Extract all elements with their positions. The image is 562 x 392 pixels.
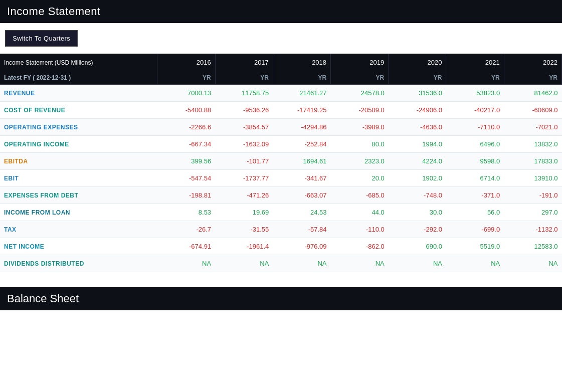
row-value: -57.84 [273, 221, 330, 238]
row-value: -31.55 [215, 221, 273, 238]
income-statement-table-container: Income Statement (USD Millions) 2016 201… [0, 54, 562, 282]
header-2018: 2018 [273, 54, 330, 71]
row-value: -24906.0 [389, 102, 446, 119]
row-value: -341.67 [273, 170, 330, 187]
row-value: 9598.0 [446, 153, 504, 170]
row-value: 24.53 [273, 204, 330, 221]
table-row: NET INCOME-674.91-1961.4-976.09-862.0690… [0, 238, 562, 255]
row-label: COST OF REVENUE [0, 102, 157, 119]
row-value: -20509.0 [331, 102, 389, 119]
header-2019: 2019 [331, 54, 389, 71]
row-value: 12583.0 [504, 238, 561, 255]
row-value: 21461.27 [273, 85, 330, 102]
row-value: NA [504, 255, 561, 272]
row-value: 80.0 [331, 136, 389, 153]
row-value: -1132.0 [504, 221, 561, 238]
header-sub-2017: YR [215, 71, 273, 85]
table-row: INCOME FROM LOAN8.5319.6924.5344.030.056… [0, 204, 562, 221]
row-value: -17419.25 [273, 102, 330, 119]
header-2020: 2020 [389, 54, 446, 71]
row-value: -748.0 [389, 187, 446, 204]
row-value: 5519.0 [446, 238, 504, 255]
row-value: 53823.0 [446, 85, 504, 102]
row-value: 13910.0 [504, 170, 561, 187]
income-statement-section: Income Statement Switch To Quarters Inco… [0, 0, 562, 282]
row-value: 24578.0 [331, 85, 389, 102]
header-label: Income Statement (USD Millions) [0, 54, 157, 71]
row-value: -252.84 [273, 136, 330, 153]
header-sub-2020: YR [389, 71, 446, 85]
row-value: -547.54 [157, 170, 215, 187]
table-body: REVENUE7000.1311758.7521461.2724578.0315… [0, 85, 562, 272]
row-value: -1737.77 [215, 170, 273, 187]
row-value: -60609.0 [504, 102, 561, 119]
row-value: -667.34 [157, 136, 215, 153]
table-row: DIVIDENDS DISTRIBUTEDNANANANANANANA [0, 255, 562, 272]
row-value: -101.77 [215, 153, 273, 170]
row-value: 56.0 [446, 204, 504, 221]
row-value: -976.09 [273, 238, 330, 255]
row-label: EBIT [0, 170, 157, 187]
row-value: 6496.0 [446, 136, 504, 153]
balance-sheet-title: Balance Sheet [0, 287, 562, 310]
row-value: 6714.0 [446, 170, 504, 187]
row-value: -9536.26 [215, 102, 273, 119]
row-value: 19.69 [215, 204, 273, 221]
row-value: 1994.0 [389, 136, 446, 153]
header-row-yr: Latest FY ( 2022-12-31 ) YR YR YR YR YR … [0, 71, 562, 85]
row-value: -5400.88 [157, 102, 215, 119]
table-row: OPERATING INCOME-667.34-1632.09-252.8480… [0, 136, 562, 153]
row-value: NA [157, 255, 215, 272]
row-value: -1961.4 [215, 238, 273, 255]
row-value: 690.0 [389, 238, 446, 255]
row-label: EXPENSES FROM DEBT [0, 187, 157, 204]
header-row-years: Income Statement (USD Millions) 2016 201… [0, 54, 562, 71]
table-row: EBIT-547.54-1737.77-341.6720.01902.06714… [0, 170, 562, 187]
row-value: 399.56 [157, 153, 215, 170]
row-value: -699.0 [446, 221, 504, 238]
row-value: 31536.0 [389, 85, 446, 102]
row-label: EBITDA [0, 153, 157, 170]
income-statement-table: Income Statement (USD Millions) 2016 201… [0, 54, 562, 272]
table-row: COST OF REVENUE-5400.88-9536.26-17419.25… [0, 102, 562, 119]
row-value: 13832.0 [504, 136, 561, 153]
row-value: -685.0 [331, 187, 389, 204]
row-label: OPERATING EXPENSES [0, 119, 157, 136]
header-2016: 2016 [157, 54, 215, 71]
header-sub-2018: YR [273, 71, 330, 85]
row-value: -3989.0 [331, 119, 389, 136]
table-row: EXPENSES FROM DEBT-198.81-471.26-663.07-… [0, 187, 562, 204]
row-value: -1632.09 [215, 136, 273, 153]
switch-to-quarters-button[interactable]: Switch To Quarters [5, 30, 78, 47]
row-value: -26.7 [157, 221, 215, 238]
toolbar: Switch To Quarters [0, 23, 562, 54]
row-value: -292.0 [389, 221, 446, 238]
row-value: -3854.57 [215, 119, 273, 136]
header-sub-2019: YR [331, 71, 389, 85]
row-value: NA [331, 255, 389, 272]
header-sub-label: Latest FY ( 2022-12-31 ) [0, 71, 157, 85]
row-value: -471.26 [215, 187, 273, 204]
header-2022: 2022 [504, 54, 561, 71]
table-header: Income Statement (USD Millions) 2016 201… [0, 54, 562, 85]
row-value: -191.0 [504, 187, 561, 204]
table-row: EBITDA399.56-101.771694.612323.04224.095… [0, 153, 562, 170]
row-value: 20.0 [331, 170, 389, 187]
table-row: TAX-26.7-31.55-57.84-110.0-292.0-699.0-1… [0, 221, 562, 238]
row-value: -371.0 [446, 187, 504, 204]
row-label: INCOME FROM LOAN [0, 204, 157, 221]
header-2021: 2021 [446, 54, 504, 71]
row-value: 4224.0 [389, 153, 446, 170]
row-value: NA [215, 255, 273, 272]
row-value: 1902.0 [389, 170, 446, 187]
row-value: 1694.61 [273, 153, 330, 170]
row-value: -198.81 [157, 187, 215, 204]
row-value: 11758.75 [215, 85, 273, 102]
row-label: NET INCOME [0, 238, 157, 255]
row-value: -110.0 [331, 221, 389, 238]
header-sub-2022: YR [504, 71, 561, 85]
row-value: 2323.0 [331, 153, 389, 170]
row-value: -7021.0 [504, 119, 561, 136]
row-value: 8.53 [157, 204, 215, 221]
row-value: 297.0 [504, 204, 561, 221]
